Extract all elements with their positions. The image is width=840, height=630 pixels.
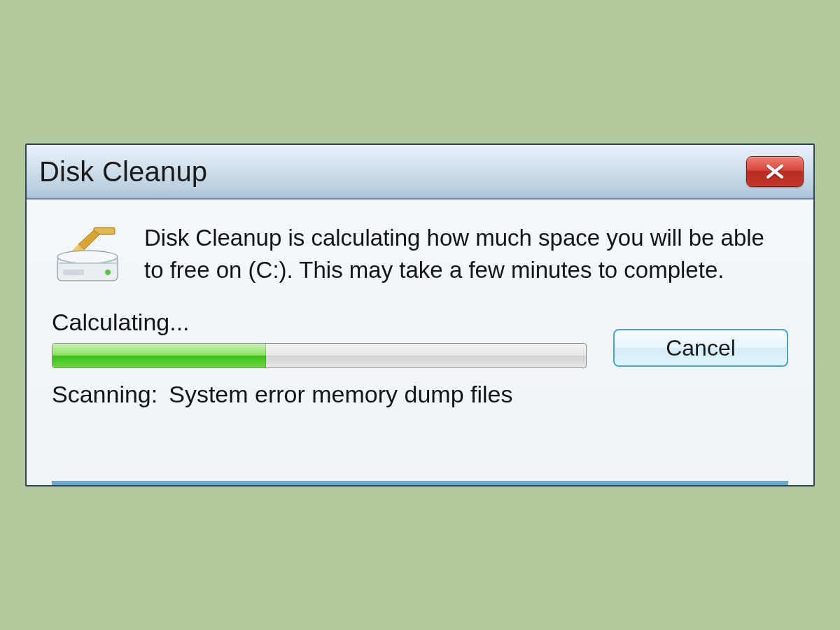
- dialog-title: Disk Cleanup: [39, 156, 207, 188]
- close-button[interactable]: [746, 156, 804, 187]
- drive-icon: [52, 222, 125, 288]
- svg-rect-5: [63, 270, 84, 275]
- svg-point-4: [105, 270, 111, 275]
- svg-point-2: [57, 251, 118, 263]
- cancel-button[interactable]: Cancel: [613, 329, 788, 367]
- progress-left: Calculating...: [52, 309, 587, 368]
- dialog-body: Disk Cleanup is calculating how much spa…: [27, 200, 813, 485]
- close-icon: [764, 164, 785, 179]
- info-row: Disk Cleanup is calculating how much spa…: [52, 222, 788, 288]
- dialog-message: Disk Cleanup is calculating how much spa…: [144, 222, 788, 286]
- scan-label: Scanning:: [52, 381, 158, 408]
- scan-target: System error memory dump files: [169, 381, 512, 408]
- progress-section: Calculating... Cancel: [52, 309, 788, 368]
- disk-cleanup-dialog: Disk Cleanup: [25, 144, 815, 486]
- scan-row: Scanning: System error memory dump files: [52, 381, 788, 408]
- status-label: Calculating...: [52, 309, 587, 336]
- titlebar: Disk Cleanup: [27, 145, 813, 200]
- progress-fill: [52, 344, 266, 368]
- cancel-button-label: Cancel: [666, 335, 736, 361]
- bottom-accent-line: [52, 481, 788, 485]
- svg-rect-3: [57, 262, 118, 264]
- progress-bar: [52, 343, 587, 368]
